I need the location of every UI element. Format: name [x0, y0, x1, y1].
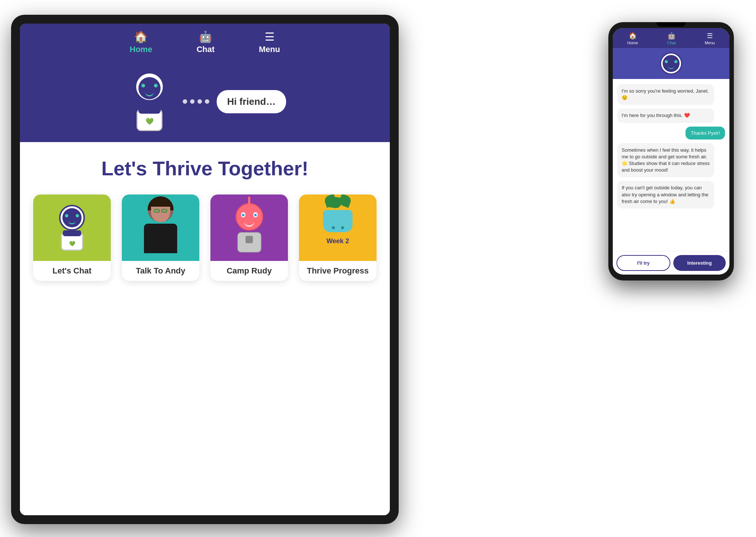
dot1 [183, 99, 187, 104]
phone-chat-icon: 🤖 [667, 32, 676, 40]
robot-head [135, 72, 164, 101]
pot-eye-l [332, 226, 335, 229]
phone-chat-label: Chat [667, 41, 676, 45]
tablet-content: Let's Thrive Together! [20, 142, 390, 515]
card-image-lets-chat: 💚 [33, 195, 111, 261]
card-lets-chat-label: Let's Chat [33, 261, 111, 281]
card-rudy-label: Camp Rudy [210, 261, 288, 281]
phone-home-label: Home [627, 41, 638, 45]
tab-menu[interactable]: ☰ Menu [259, 30, 280, 54]
chat-icon: 🤖 [199, 30, 212, 43]
rudy-illustration [236, 203, 263, 252]
rudy-pupil-l [242, 214, 244, 216]
card-robot-collar [63, 230, 81, 236]
prf-smile [668, 66, 674, 69]
card-image-rudy [210, 195, 288, 261]
phone-tab-menu[interactable]: ☰ Menu [705, 32, 715, 45]
msg-4: Sometimes when I feel this way, it helps… [617, 143, 714, 178]
tablet-nav: 🏠 Home 🤖 Chat ☰ Menu [20, 24, 390, 61]
dot4 [205, 99, 209, 104]
card-lets-chat[interactable]: 💚 Let's Chat [33, 195, 111, 281]
rudy-body [237, 232, 261, 252]
plant-face [329, 226, 347, 229]
robot-body: 💚 [137, 109, 162, 131]
tab-home-label: Home [130, 45, 152, 54]
msg-5: If you can't get outside today, you can … [617, 181, 714, 209]
card-camp-rudy[interactable]: Camp Rudy [210, 195, 288, 281]
msg-2: I'm here for you through this. ❤️ [617, 109, 714, 123]
rudy-eye-r [253, 212, 258, 217]
rudy-head [236, 203, 263, 231]
plant-illustration: Week 2 [323, 210, 353, 246]
rudy-pupil-r [254, 214, 257, 216]
phone-home-icon: 🏠 [629, 32, 637, 40]
interesting-button[interactable]: Interesting [673, 255, 726, 271]
robot-eye-left [141, 84, 145, 87]
card-talk-to-andy[interactable]: Talk To Andy [122, 195, 199, 281]
week2-label: Week 2 [326, 235, 349, 246]
ill-try-button[interactable]: I'll try [616, 255, 670, 271]
phone-device: 🏠 Home 🤖 Chat ☰ Menu [608, 22, 734, 280]
card-andy-label: Talk To Andy [122, 261, 199, 281]
andy-glasses [154, 209, 167, 213]
tablet-device: 🏠 Home 🤖 Chat ☰ Menu [11, 15, 399, 524]
card-robot-eye-l [65, 214, 68, 217]
pot-eye-r [341, 226, 344, 229]
card-thrive-label: Thrive Progress [299, 261, 377, 281]
card-robot-body: 💚 [61, 232, 83, 251]
home-icon: 🏠 [134, 30, 148, 43]
robot-smile [145, 92, 154, 96]
plant-leaves [323, 195, 353, 214]
andy-illustration [137, 196, 185, 259]
card-robot-head [59, 205, 85, 231]
dot2 [190, 99, 195, 104]
rudy-smile [244, 221, 254, 227]
card-image-andy [122, 195, 199, 261]
robot-face [138, 77, 161, 99]
phone-nav: 🏠 Home 🤖 Chat ☰ Menu [613, 28, 729, 48]
andy-head [148, 196, 173, 222]
card-robot-eye-r [76, 214, 79, 217]
rudy-eye-l [241, 212, 245, 217]
robot-eye-right [154, 84, 158, 87]
msg-3: Thanks Pyxir! [685, 127, 725, 140]
phone-menu-icon: ☰ [707, 32, 713, 40]
phone-messages: I'm so sorry you're feeling worried, Jan… [613, 79, 729, 251]
msg-1: I'm so sorry you're feeling worried, Jan… [617, 84, 714, 105]
phone-notch [656, 22, 686, 27]
phone-robot-face [663, 55, 680, 72]
rudy-body-btn [245, 236, 253, 243]
andy-face [151, 207, 170, 222]
andy-body [144, 224, 177, 253]
phone-tab-chat[interactable]: 🤖 Chat [667, 32, 676, 45]
card-robot-heart: 💚 [69, 241, 75, 247]
tablet-hero: 💚 Hi friend… [20, 61, 390, 142]
plant-wrapper [323, 210, 353, 232]
card-image-thrive: Week 2 [299, 195, 377, 261]
tab-home[interactable]: 🏠 Home [130, 30, 152, 54]
speech-dots [183, 99, 209, 104]
phone-tab-home[interactable]: 🏠 Home [627, 32, 638, 45]
card-thrive-progress[interactable]: Week 2 Thrive Progress [299, 195, 377, 281]
phone-robot-avatar [660, 52, 682, 75]
phone-action-buttons: I'll try Interesting [613, 251, 729, 275]
hero-robot: 💚 [124, 72, 175, 131]
plant-pot [323, 210, 353, 232]
tab-chat[interactable]: 🤖 Chat [196, 30, 214, 54]
menu-icon: ☰ [265, 30, 275, 43]
card-robot-smile [68, 221, 76, 224]
page-title: Let's Thrive Together! [102, 157, 309, 180]
prf-eye-l [665, 60, 668, 63]
robot-collar [138, 106, 161, 114]
phone-chat-header [613, 48, 729, 79]
rudy-antenna [248, 197, 250, 204]
cards-container: 💚 Let's Chat [33, 195, 377, 281]
prf-eye-r [674, 60, 677, 63]
robot-heart: 💚 [145, 117, 154, 125]
phone-screen: 🏠 Home 🤖 Chat ☰ Menu [613, 28, 729, 275]
phone-menu-label: Menu [705, 41, 715, 45]
card-robot-face [62, 208, 82, 227]
robot-illustration: 💚 [59, 205, 85, 251]
tab-menu-label: Menu [259, 45, 280, 54]
tab-chat-label: Chat [196, 45, 214, 54]
